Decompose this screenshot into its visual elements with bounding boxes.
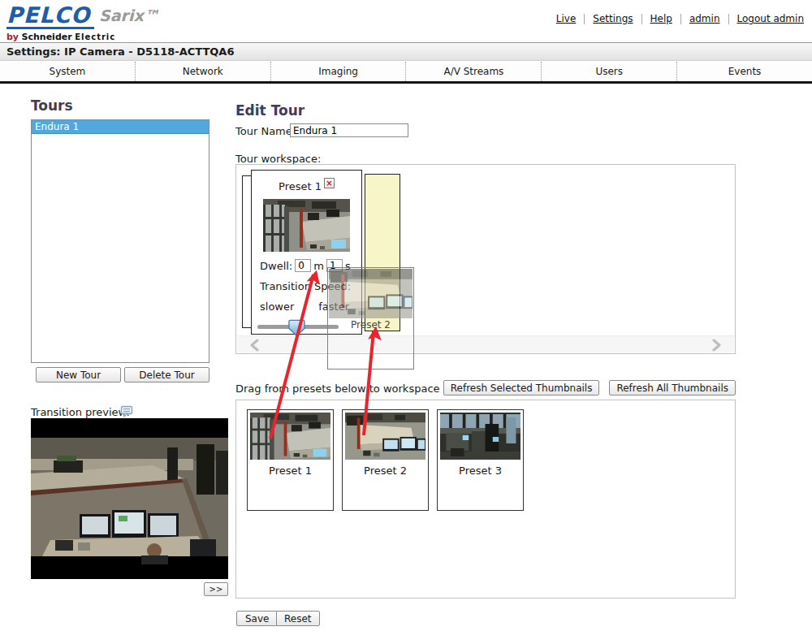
preset-3-label: Preset 3 [438, 465, 523, 477]
refresh-all-thumbnails-button[interactable]: Refresh All Thumbnails [609, 380, 736, 395]
preset-tile-2[interactable]: Preset 2 [342, 409, 429, 511]
save-button[interactable]: Save [236, 611, 278, 626]
byline-brand2: Electric [75, 32, 115, 41]
nav-link-settings[interactable]: Settings [593, 13, 633, 24]
nav-link-help[interactable]: Help [650, 13, 672, 24]
preset-2-thumbnail[interactable] [345, 413, 425, 460]
refresh-selected-thumbnails-button[interactable]: Refresh Selected Thumbnails [443, 380, 600, 395]
preset-3-thumbnail[interactable] [440, 413, 520, 460]
top-nav: Live Settings Help admin Logout admin [556, 13, 804, 24]
tours-heading: Tours [31, 97, 73, 114]
close-icon[interactable]: × [324, 178, 335, 188]
transition-preview-video [31, 418, 228, 579]
app-header: PELCO by Schneider Electric Sarix™ Live … [0, 0, 812, 42]
tab-network[interactable]: Network [136, 62, 271, 81]
nav-link-admin[interactable]: admin [689, 13, 720, 24]
tour-workspace[interactable]: Preset 1 × Dwell: m s Transition Speed: … [235, 164, 736, 354]
preset-1-label: Preset 1 [248, 465, 333, 477]
slower-label: slower [260, 300, 294, 313]
transition-preview-label: Transition preview: [31, 406, 130, 418]
main-tab-bar: System Network Imaging A/V Streams Users… [0, 62, 812, 81]
tab-av-streams[interactable]: A/V Streams [406, 62, 542, 81]
drag-ghost-thumbnail [329, 269, 412, 318]
drag-ghost-preset-2: Preset 2 [327, 267, 414, 370]
preset-1-thumbnail[interactable] [250, 413, 330, 460]
byline-brand: Schneider [22, 32, 72, 42]
delete-tour-button[interactable]: Delete Tour [124, 367, 209, 383]
dwell-minutes-unit: m [313, 260, 324, 272]
nav-divider [680, 14, 681, 24]
tour-list[interactable]: Endura 1 [31, 119, 209, 363]
drag-ghost-label: Preset 2 [328, 319, 413, 331]
chevron-left-icon[interactable] [248, 339, 261, 352]
office-camera-view [31, 418, 228, 579]
tour-name-label: Tour Name: [235, 125, 296, 137]
settings-breadcrumb-bar: Settings: IP Camera - D5118-ACTTQA6 [0, 42, 812, 61]
presets-panel: Preset 1 Preset 2 Preset 3 [235, 400, 736, 599]
nav-link-logout[interactable]: Logout admin [737, 13, 805, 24]
new-tour-button[interactable]: New Tour [36, 367, 121, 383]
reset-button[interactable]: Reset [276, 611, 320, 626]
dwell-label: Dwell: [260, 260, 292, 272]
byline-by: by [6, 32, 19, 42]
workspace-preset-thumbnail [263, 199, 350, 252]
tab-system[interactable]: System [0, 62, 136, 81]
tour-name-input[interactable] [290, 123, 408, 137]
preset-2-label: Preset 2 [343, 465, 428, 477]
expand-preview-button[interactable]: >> [204, 582, 228, 596]
tab-bar-underline [0, 81, 812, 84]
dwell-minutes-input[interactable] [295, 259, 311, 272]
refresh-buttons-row: Refresh Selected Thumbnails Refresh All … [235, 380, 736, 395]
nav-divider [728, 14, 729, 24]
preset-tile-1[interactable]: Preset 1 [247, 409, 334, 511]
preset-tile-3[interactable]: Preset 3 [437, 409, 524, 511]
transition-speed-slider [257, 319, 339, 337]
chevron-right-icon[interactable] [710, 339, 723, 352]
pelco-sarix-settings-page: PELCO by Schneider Electric Sarix™ Live … [0, 0, 812, 644]
workspace-scrollbar [237, 335, 734, 352]
nav-divider [584, 14, 585, 24]
edit-tour-heading: Edit Tour [235, 102, 304, 119]
tab-users[interactable]: Users [542, 62, 677, 81]
tab-events[interactable]: Events [677, 62, 812, 81]
workspace-preset-title: Preset 1 [279, 180, 322, 192]
nav-divider [641, 14, 642, 24]
nav-link-live[interactable]: Live [556, 13, 577, 24]
sarix-product-name: Sarix™ [99, 6, 159, 24]
tab-imaging[interactable]: Imaging [271, 62, 407, 81]
tour-workspace-label: Tour workspace: [235, 153, 321, 165]
workspace-preset-title-row: Preset 1 × [252, 180, 361, 192]
tour-list-item-selected[interactable]: Endura 1 [32, 120, 209, 134]
schneider-byline: by Schneider Electric [6, 32, 115, 42]
